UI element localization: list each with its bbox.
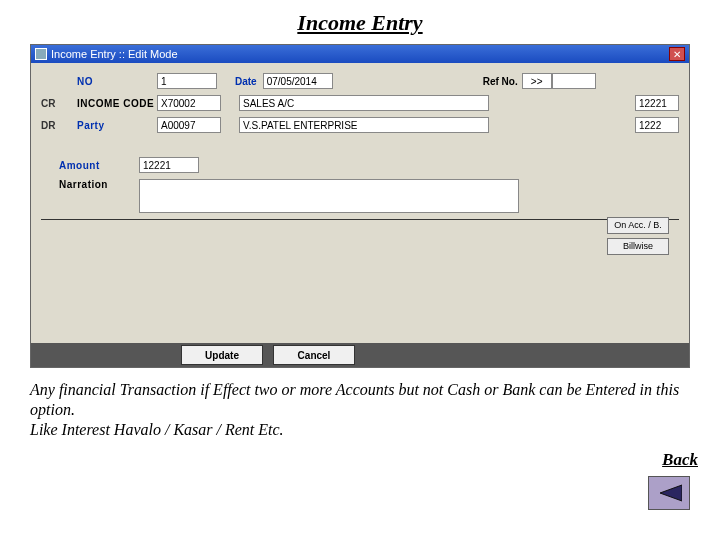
no-field[interactable] bbox=[157, 73, 217, 89]
titlebar: Income Entry :: Edit Mode ✕ bbox=[31, 45, 689, 63]
svg-marker-0 bbox=[660, 485, 682, 501]
label-date: Date bbox=[235, 76, 257, 87]
row-narration: Narration bbox=[41, 179, 679, 213]
narration-field[interactable] bbox=[139, 179, 519, 213]
income-entry-window: Income Entry :: Edit Mode ✕ NO Date Ref … bbox=[30, 44, 690, 368]
party-code-field[interactable] bbox=[157, 117, 221, 133]
label-amount: Amount bbox=[59, 160, 139, 171]
cancel-button[interactable]: Cancel bbox=[273, 345, 355, 365]
billwise-button[interactable]: Billwise bbox=[607, 238, 669, 255]
label-refno: Ref No. bbox=[483, 76, 518, 87]
party-ref-field[interactable] bbox=[635, 117, 679, 133]
row-no: NO Date Ref No. bbox=[41, 73, 679, 89]
row-amount: Amount bbox=[41, 157, 679, 173]
form-area: NO Date Ref No. CR INCOME CODE DR Party bbox=[31, 63, 689, 343]
amount-field[interactable] bbox=[139, 157, 199, 173]
divider bbox=[41, 219, 679, 220]
party-desc-field[interactable] bbox=[239, 117, 489, 133]
close-icon[interactable]: ✕ bbox=[669, 47, 685, 61]
label-narration: Narration bbox=[59, 179, 139, 190]
income-code-field[interactable] bbox=[157, 95, 221, 111]
bottom-bar: Update Cancel bbox=[31, 343, 689, 367]
row-party: DR Party bbox=[41, 117, 679, 133]
app-icon bbox=[35, 48, 47, 60]
label-cr: CR bbox=[41, 98, 77, 109]
refno-field[interactable] bbox=[552, 73, 596, 89]
label-dr: DR bbox=[41, 120, 77, 131]
description-text: Any financial Transaction if Effect two … bbox=[30, 380, 690, 440]
page-title: Income Entry bbox=[0, 0, 720, 40]
back-arrow-icon[interactable] bbox=[648, 476, 690, 510]
refno-button-field[interactable] bbox=[522, 73, 552, 89]
on-acc-button[interactable]: On Acc. / B. bbox=[607, 217, 669, 234]
income-ref-field[interactable] bbox=[635, 95, 679, 111]
window-title: Income Entry :: Edit Mode bbox=[51, 48, 178, 60]
row-income: CR INCOME CODE bbox=[41, 95, 679, 111]
update-button[interactable]: Update bbox=[181, 345, 263, 365]
label-party: Party bbox=[77, 120, 157, 131]
income-desc-field[interactable] bbox=[239, 95, 489, 111]
date-field[interactable] bbox=[263, 73, 333, 89]
right-button-group: On Acc. / B. Billwise bbox=[607, 217, 669, 255]
label-no: NO bbox=[77, 76, 157, 87]
back-link[interactable]: Back bbox=[0, 450, 698, 470]
label-income-code: INCOME CODE bbox=[77, 98, 157, 109]
